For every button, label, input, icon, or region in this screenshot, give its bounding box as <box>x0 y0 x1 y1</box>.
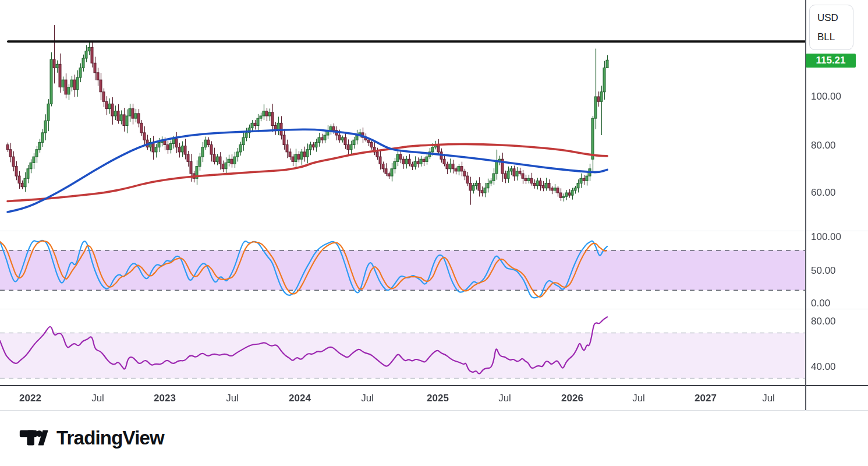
time-tick-month: Jul <box>762 393 775 404</box>
time-axis-bottom-border <box>0 410 868 411</box>
symbol-unit-label: BLL <box>817 31 853 43</box>
tradingview-chart-widget: 100.0080.0060.00100.0050.000.0080.0040.0… <box>0 0 868 466</box>
time-tick-month: Jul <box>91 393 104 404</box>
time-tick-month: Jul <box>361 393 374 404</box>
time-tick-month: Jul <box>632 393 645 404</box>
price-axis-label: 60.00 <box>811 187 836 199</box>
time-tick-year: 2027 <box>695 393 717 404</box>
chart-canvas[interactable] <box>0 0 805 386</box>
time-tick-year: 2022 <box>19 393 41 404</box>
time-tick-month: Jul <box>226 393 239 404</box>
stoch-axis-label: 100.00 <box>811 231 841 243</box>
price-axis-label: 80.00 <box>811 140 836 151</box>
symbol-currency-label: USD <box>817 12 853 24</box>
price-axis-label: 100.00 <box>811 91 841 103</box>
tradingview-logo-icon <box>19 426 49 450</box>
stoch-axis-label: 50.00 <box>811 265 836 277</box>
time-tick-month: Jul <box>498 393 511 404</box>
rsi-axis-label: 40.00 <box>811 361 836 373</box>
time-tick-year: 2024 <box>289 393 311 404</box>
time-tick-year: 2023 <box>154 393 176 404</box>
symbol-legend: USD BLL <box>809 5 853 50</box>
rsi-axis-label: 80.00 <box>811 316 836 327</box>
time-tick-year: 2025 <box>427 393 449 404</box>
last-price-badge: 115.21 <box>806 54 856 68</box>
tradingview-logo-text: TradingView <box>56 427 164 449</box>
pane-divider <box>0 231 868 231</box>
tradingview-logo[interactable]: TradingView <box>19 426 164 450</box>
time-tick-year: 2026 <box>561 393 583 404</box>
time-axis[interactable]: 2022Jul2023Jul2024Jul2025Jul2026Jul2027J… <box>0 386 805 410</box>
stoch-axis-label: 0.00 <box>811 298 830 309</box>
pane-divider <box>0 309 868 309</box>
